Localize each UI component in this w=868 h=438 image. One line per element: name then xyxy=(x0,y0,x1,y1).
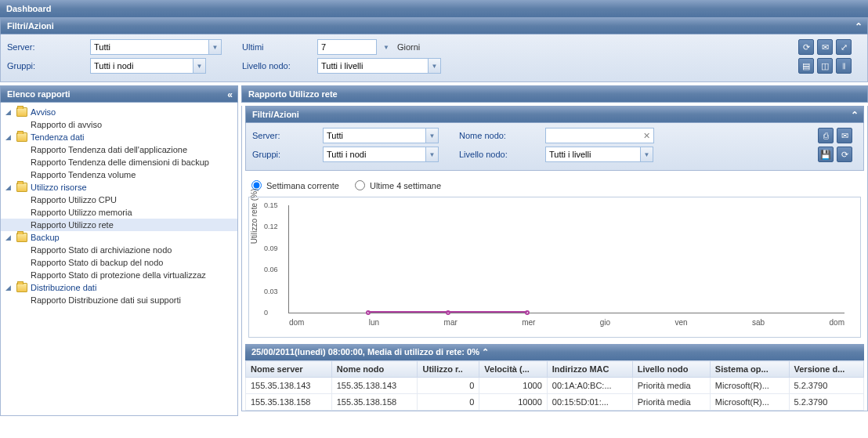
layout-list-icon[interactable]: ▤ xyxy=(798,58,814,74)
rf-nodelevel-input[interactable] xyxy=(546,148,640,161)
collapse-icon[interactable]: ⌃ xyxy=(851,110,859,121)
tree-group[interactable]: ◢Avviso xyxy=(1,106,237,118)
tree-leaf[interactable]: Rapporto Stato di archiviazione nodo xyxy=(1,244,237,256)
refresh-icon[interactable]: ⟳ xyxy=(798,39,814,55)
radio-last-4-weeks[interactable]: Ultime 4 settimane xyxy=(355,180,441,190)
tree-group[interactable]: ◢Distribuzione dati xyxy=(1,281,237,294)
report-list-header[interactable]: Elenco rapporti « xyxy=(0,85,238,103)
table-header-cell[interactable]: Nome nodo xyxy=(331,361,418,378)
tree-leaf-label: Rapporto Stato di protezione della virtu… xyxy=(31,270,206,280)
nodelevel-input[interactable] xyxy=(318,60,428,72)
folder-icon xyxy=(16,183,27,192)
table-header-cell[interactable]: Versione d... xyxy=(789,361,864,378)
tree-leaf[interactable]: Rapporto Stato di protezione della virtu… xyxy=(1,269,237,281)
report-filters-title: Filtri/Azioni xyxy=(252,110,299,119)
chart-x-tick: dom xyxy=(289,318,304,327)
chevron-down-icon[interactable]: ▼ xyxy=(208,40,221,54)
tree-leaf[interactable]: Rapporto Tendenza delle dimensioni di ba… xyxy=(1,156,237,168)
server-input[interactable] xyxy=(91,41,208,53)
table-cell: 155.35.138.143 xyxy=(331,378,418,394)
toolbar-icons: ⟳ ✉ ⤢ ▤ ◫ ⦀ xyxy=(798,39,861,74)
table-title-bar[interactable]: 25/00/2011(lunedì) 08:00:00, Media di ut… xyxy=(245,344,864,360)
table-header-cell[interactable]: Sistema op... xyxy=(710,361,789,378)
data-table-wrap: Nome serverNome nodoUtilizzo r..Velocità… xyxy=(245,360,864,411)
table-cell: 1000 xyxy=(479,378,547,394)
report-header[interactable]: Rapporto Utilizzo rete xyxy=(241,85,868,103)
rf-nodelevel-combo[interactable]: ▼ xyxy=(545,147,653,162)
rf-nodename-label: Nome nodo: xyxy=(459,131,545,140)
chevron-down-icon[interactable]: ▼ xyxy=(425,147,438,161)
rf-groups-input[interactable] xyxy=(324,148,425,161)
report-filters-body: Server: ▼ Nome nodo: ✕ xyxy=(245,123,864,171)
collapse-icon[interactable]: ⌃ xyxy=(855,21,863,32)
tree-group[interactable]: ◢Backup xyxy=(1,231,237,244)
tree-toggle-icon[interactable]: ◢ xyxy=(5,133,13,141)
tree-group[interactable]: ◢Utilizzo risorse xyxy=(1,181,237,194)
tree-group-label: Avviso xyxy=(31,107,56,117)
radio-current-week[interactable]: Settimana corrente xyxy=(251,180,339,190)
collapse-icon[interactable]: ⌃ xyxy=(482,347,489,357)
mail-icon[interactable]: ✉ xyxy=(817,39,833,55)
nodelevel-combo[interactable]: ▼ xyxy=(317,58,441,74)
rf-nodename-input[interactable] xyxy=(546,129,640,142)
table-title: 25/00/2011(lunedì) 08:00:00, Media di ut… xyxy=(251,347,479,357)
rf-groups-combo[interactable]: ▼ xyxy=(323,147,439,162)
tree-leaf[interactable]: Rapporto Utilizzo memoria xyxy=(1,206,237,219)
tree-toggle-icon[interactable]: ◢ xyxy=(5,284,13,291)
table-row[interactable]: 155.35.138.143155.35.138.1430100000:1A:A… xyxy=(246,378,864,394)
layout-columns-icon[interactable]: ⦀ xyxy=(836,58,852,74)
chart-x-tick: dom xyxy=(830,318,844,327)
chevron-down-icon[interactable]: ▼ xyxy=(640,147,653,161)
rf-server-combo[interactable]: ▼ xyxy=(323,128,439,143)
tree-group[interactable]: ◢Tendenza dati xyxy=(1,131,237,143)
chart-ylabel: Utilizzo rete (%) xyxy=(250,189,259,244)
collapse-left-icon[interactable]: « xyxy=(227,89,233,100)
expand-icon[interactable]: ⤢ xyxy=(836,39,852,55)
rf-groups-label: Gruppi: xyxy=(252,150,323,159)
chevron-down-icon[interactable]: ▼ xyxy=(425,129,438,143)
tree-toggle-icon[interactable]: ◢ xyxy=(5,233,13,241)
folder-icon xyxy=(16,132,27,142)
layout-split-icon[interactable]: ◫ xyxy=(817,58,833,74)
chevron-down-icon[interactable]: ▼ xyxy=(428,59,440,73)
table-header-cell[interactable]: Indirizzo MAC xyxy=(547,361,632,378)
table-cell: 00:1A:A0:BC:... xyxy=(547,378,632,394)
rf-nodename-combo[interactable]: ✕ xyxy=(545,128,654,143)
chart-grid: 00.030.060.090.120.15domlunmarmergiovens… xyxy=(288,205,844,313)
tree-leaf[interactable]: Rapporto Stato di backup del nodo xyxy=(1,256,237,269)
clear-icon[interactable]: ✕ xyxy=(640,131,653,141)
table-header-cell[interactable]: Nome server xyxy=(246,361,332,378)
chevron-down-icon[interactable]: ▼ xyxy=(193,59,205,73)
groups-input[interactable] xyxy=(91,60,193,72)
table-header-cell[interactable]: Livello nodo xyxy=(632,361,710,378)
table-row[interactable]: 155.35.138.158155.35.138.15801000000:15:… xyxy=(246,394,864,411)
tree-leaf[interactable]: Rapporto Utilizzo CPU xyxy=(1,194,237,206)
report-tree[interactable]: ◢AvvisoRapporto di avviso◢Tendenza datiR… xyxy=(0,103,238,416)
tree-leaf[interactable]: Rapporto Tendenza dati dell'applicazione xyxy=(1,143,237,156)
mail-icon[interactable]: ✉ xyxy=(837,128,852,143)
table-header-cell[interactable]: Velocità (... xyxy=(479,361,547,378)
data-table: Nome serverNome nodoUtilizzo r..Velocità… xyxy=(245,360,864,411)
filters-header[interactable]: Filtri/Azioni ⌃ xyxy=(0,17,868,34)
tree-leaf[interactable]: Rapporto di avviso xyxy=(1,118,237,131)
save-icon[interactable]: 💾 xyxy=(818,147,834,162)
tree-leaf-label: Rapporto Stato di backup del nodo xyxy=(31,258,163,267)
last-input[interactable] xyxy=(317,39,377,55)
period-radio-group: Settimana corrente Ultime 4 settimane xyxy=(242,174,867,197)
server-combo[interactable]: ▼ xyxy=(90,39,222,55)
rf-server-input[interactable] xyxy=(324,129,425,142)
tree-toggle-icon[interactable]: ◢ xyxy=(5,108,13,116)
tree-leaf[interactable]: Rapporto Utilizzo rete xyxy=(1,219,237,231)
tree-toggle-icon[interactable]: ◢ xyxy=(5,183,13,191)
tree-leaf[interactable]: Rapporto Distribuzione dati sui supporti xyxy=(1,294,237,306)
tree-leaf[interactable]: Rapporto Tendenza volume xyxy=(1,168,237,181)
report-filters-header[interactable]: Filtri/Azioni ⌃ xyxy=(245,106,864,123)
refresh-icon[interactable]: ⟳ xyxy=(837,147,852,162)
report-title: Rapporto Utilizzo rete xyxy=(248,89,338,99)
groups-combo[interactable]: ▼ xyxy=(90,58,206,74)
tree-leaf-label: Rapporto Utilizzo memoria xyxy=(31,208,132,217)
folder-icon xyxy=(16,233,27,242)
table-header-cell[interactable]: Utilizzo r.. xyxy=(418,361,479,378)
last-unit: Giorni xyxy=(397,42,420,52)
print-icon[interactable]: ⎙ xyxy=(818,128,834,143)
